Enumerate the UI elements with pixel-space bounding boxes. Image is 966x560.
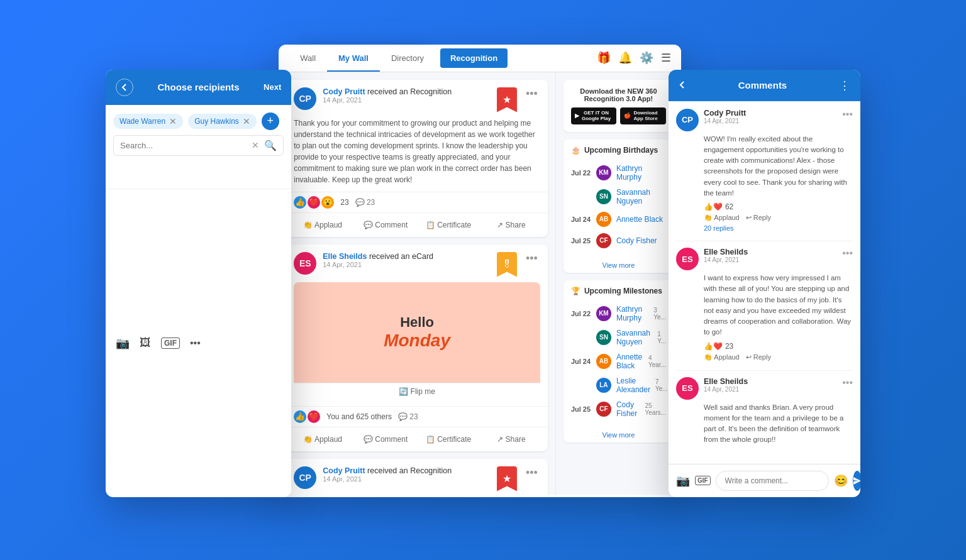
birthday-name[interactable]: Savannah Nguyen xyxy=(616,188,666,206)
view-more-milestones[interactable]: View more xyxy=(564,427,674,442)
milestone-name[interactable]: Annette Black xyxy=(616,353,643,370)
tab-directory[interactable]: Directory xyxy=(380,45,435,72)
birthday-date: Jul 24 xyxy=(571,216,591,223)
image-icon[interactable]: 🖼 xyxy=(140,336,151,349)
camera-icon[interactable]: 📷 xyxy=(116,336,130,350)
certificate-button[interactable]: 📋 Certificate xyxy=(417,430,480,449)
back-button[interactable] xyxy=(116,79,133,96)
post-more-icon[interactable]: ••• xyxy=(523,87,540,101)
main-feed-panel: Wall My Wall Directory Recognition 🎁 🔔 ⚙… xyxy=(279,45,681,497)
certificate-button[interactable]: 📋 Certificate xyxy=(417,216,480,234)
comment-author: Elle Sheilds xyxy=(704,377,837,386)
add-recipient-button[interactable]: + xyxy=(262,113,279,130)
post-title: Cody Pruitt received an Recognition xyxy=(323,87,491,96)
birthday-name-cody[interactable]: Cody Fisher xyxy=(616,236,657,245)
milestone-name[interactable]: Kathryn Murphy xyxy=(616,305,648,322)
gift-icon[interactable]: 🎁 xyxy=(597,51,611,65)
milestone-date: Jul 22 xyxy=(571,310,591,317)
comment-date: 14 Apr, 2021 xyxy=(704,256,837,263)
comment-more-icon[interactable]: ••• xyxy=(842,377,853,388)
view-more-birthdays[interactable]: View more xyxy=(564,258,674,273)
milestone-name[interactable]: Savannah Nguyen xyxy=(616,329,652,346)
clear-search-icon[interactable]: ✕ xyxy=(252,140,259,150)
milestone-name[interactable]: Leslie Alexander xyxy=(616,376,650,394)
comment-text: Well said and thanks Brian. A very proud… xyxy=(676,402,853,446)
post-body: Thank you for your commitment to growing… xyxy=(286,118,548,192)
milestone-name[interactable]: Cody Fisher xyxy=(616,400,640,418)
comment-item-1: CP Cody Pruitt 14 Apr, 2021 ••• WOW! I'm… xyxy=(676,109,853,233)
tab-my-wall[interactable]: My Wall xyxy=(327,45,380,72)
applaud-comment-button[interactable]: 👏 Applaud xyxy=(704,353,740,361)
birthday-item: Jul 25 CF Cody Fisher xyxy=(571,230,666,251)
birthday-name[interactable]: Kathryn Murphy xyxy=(616,164,666,182)
tab-recognition[interactable]: Recognition xyxy=(440,48,508,68)
comment-actions: 👏 Applaud ↩ Reply xyxy=(676,214,853,222)
google-play-badge[interactable]: ▶ GET IT ONGoogle Play xyxy=(571,107,617,124)
top-navigation: Wall My Wall Directory Recognition 🎁 🔔 ⚙… xyxy=(279,45,681,72)
reaction-count-badge: 👍❤️ 62 xyxy=(704,202,733,211)
share-button[interactable]: ↗ Share xyxy=(480,430,543,449)
post-more-icon[interactable]: ••• xyxy=(523,466,540,480)
comment-button[interactable]: 💬 Comment xyxy=(354,216,417,234)
settings-icon[interactable]: ⚙️ xyxy=(640,51,653,65)
send-button[interactable] xyxy=(853,471,860,491)
birthdays-body: Jul 22 KM Kathryn Murphy SN Savannah Ngu… xyxy=(564,158,674,258)
reaction-emoji-3: 😮 xyxy=(321,196,334,209)
comment-more-icon[interactable]: ••• xyxy=(842,109,853,120)
gif-button[interactable]: GIF xyxy=(695,476,711,485)
birthday-avatar: SN xyxy=(596,189,611,204)
comments-header: Comments ⋮ xyxy=(669,70,860,101)
applaud-comment-button[interactable]: 👏 Applaud xyxy=(704,214,740,222)
apple-icon: 🍎 xyxy=(624,113,631,119)
gif-button[interactable]: GIF xyxy=(161,338,180,349)
remove-guy-hawkins[interactable]: ✕ xyxy=(243,116,250,126)
bell-icon[interactable]: 🔔 xyxy=(618,51,632,65)
post-author: Cody Pruitt xyxy=(323,87,365,96)
app-download-widget: Download the NEW 360 Recognition 3.0 App… xyxy=(564,80,674,132)
applaud-button[interactable]: 👏 Applaud xyxy=(291,216,354,234)
comments-title: Comments xyxy=(694,80,831,91)
share-button[interactable]: ↗ Share xyxy=(480,216,543,234)
app-download-title: Download the NEW 360 Recognition 3.0 App… xyxy=(571,87,666,102)
reaction-emoji-1: 👍 xyxy=(294,196,306,209)
emoji-icon[interactable]: 😊 xyxy=(834,474,848,488)
comment-input[interactable] xyxy=(716,471,829,491)
comment-header: ES Elle Sheilds 14 Apr, 2021 ••• xyxy=(676,248,853,270)
choose-recipients-panel: Choose recipients Next Wade Warren ✕ Guy… xyxy=(106,70,291,497)
menu-icon[interactable]: ☰ xyxy=(661,51,671,65)
comments-more-icon[interactable]: ⋮ xyxy=(839,79,850,92)
reply-button[interactable]: ↩ Reply xyxy=(746,214,771,222)
feed-layout: CP Cody Pruitt received an Recognition 1… xyxy=(279,72,681,495)
milestone-avatar: LA xyxy=(596,378,611,393)
comments-back-button[interactable] xyxy=(679,80,686,91)
post-meta: Cody Pruitt received an Recognition 14 A… xyxy=(323,87,491,104)
birthday-avatar: AB xyxy=(596,212,611,227)
comment-reactions: 👍❤️ 62 xyxy=(676,202,853,211)
search-input[interactable] xyxy=(120,141,247,150)
reply-button[interactable]: ↩ Reply xyxy=(746,353,771,361)
next-button[interactable]: Next xyxy=(264,82,281,92)
comment-reactions: 👍❤️ 23 xyxy=(676,342,853,351)
milestone-item: LA Leslie Alexander 7 Ye... xyxy=(571,373,666,397)
birthday-name[interactable]: Annette Black xyxy=(616,215,663,224)
camera-icon[interactable]: 📷 xyxy=(676,474,690,488)
tag-guy-hawkins[interactable]: Guy Hawkins ✕ xyxy=(188,114,257,129)
applaud-button[interactable]: 👏 Applaud xyxy=(291,430,354,449)
comment-button[interactable]: 💬 Comment xyxy=(354,430,417,449)
ecard-line1: Hello xyxy=(400,314,434,331)
app-store-badge[interactable]: 🍎 DownloadApp Store xyxy=(620,107,666,124)
post-more-icon[interactable]: ••• xyxy=(523,252,540,265)
flip-button[interactable]: 🔄 Flip me xyxy=(294,383,540,400)
ecard-container: Hello Monday 🔄 Flip me xyxy=(294,282,540,400)
tab-wall[interactable]: Wall xyxy=(289,45,327,72)
replies-count[interactable]: 20 replies xyxy=(676,224,853,232)
more-options-icon[interactable]: ••• xyxy=(190,338,201,349)
comment-more-icon[interactable]: ••• xyxy=(842,248,853,259)
birthday-date: Jul 25 xyxy=(571,237,591,244)
post-header: ES Elle Sheilds received an eCard 14 Apr… xyxy=(286,244,548,282)
post-reactions: 👍 ❤️ 😮 23 💬 23 xyxy=(286,192,548,212)
reaction-emojis: 👍 ❤️ xyxy=(294,410,320,423)
remove-wade-warren[interactable]: ✕ xyxy=(169,116,177,126)
search-icon[interactable]: 🔍 xyxy=(264,140,277,151)
tag-wade-warren[interactable]: Wade Warren ✕ xyxy=(113,114,183,129)
